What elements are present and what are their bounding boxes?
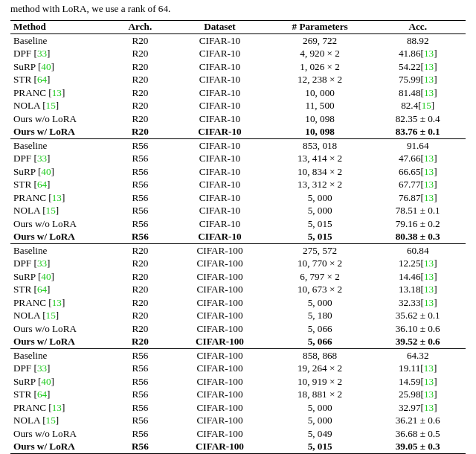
table-row: SuRP [40]R20CIFAR-101, 026 × 254.22[13]	[10, 60, 466, 74]
cell-dataset: CIFAR-100	[170, 362, 270, 376]
cell-params: 5, 049	[270, 427, 370, 441]
citation-link[interactable]: 33	[37, 258, 47, 269]
citation-link[interactable]: 15	[46, 310, 56, 321]
citation-link[interactable]: 13	[52, 402, 62, 413]
table-row: BaselineR20CIFAR-100275, 57260.84	[10, 244, 466, 258]
citation-link[interactable]: 13	[52, 297, 62, 308]
cell-acc: 81.48[13]	[370, 86, 466, 100]
cell-params: 5, 015	[270, 231, 370, 244]
cell-dataset: CIFAR-100	[170, 336, 270, 349]
cell-dataset: CIFAR-10	[170, 34, 270, 48]
cell-arch: R20	[111, 296, 170, 310]
citation-link[interactable]: 40	[41, 271, 51, 282]
col-arch: Arch.	[111, 20, 170, 34]
citation-link[interactable]: 40	[41, 376, 51, 387]
cell-params: 5, 000	[270, 401, 370, 415]
table-row: DPF [33]R20CIFAR-10010, 770 × 212.25[13]	[10, 258, 466, 271]
citation-link[interactable]: 13	[424, 87, 434, 98]
cell-arch: R20	[111, 86, 170, 100]
table-row: NOLA [15]R20CIFAR-1005, 18035.62 ± 0.1	[10, 310, 466, 323]
cell-method: Baseline	[10, 139, 111, 153]
table-row: PRANC [13]R20CIFAR-1005, 00032.33[13]	[10, 296, 466, 310]
citation-link[interactable]: 13	[424, 74, 434, 85]
citation-link[interactable]: 13	[424, 179, 434, 190]
cell-method: SuRP [40]	[10, 60, 111, 74]
cell-params: 10, 770 × 2	[270, 258, 370, 271]
citation-link[interactable]: 40	[41, 61, 51, 72]
cell-arch: R20	[111, 74, 170, 87]
citation-link[interactable]: 13	[52, 192, 62, 203]
cell-method: SuRP [40]	[10, 375, 111, 389]
cell-arch: R56	[111, 205, 170, 218]
citation-link[interactable]: 64	[37, 74, 47, 85]
table-row: BaselineR56CIFAR-100858, 86864.32	[10, 349, 466, 362]
cell-arch: R56	[111, 231, 170, 244]
cell-dataset: CIFAR-10	[170, 205, 270, 218]
citation-link[interactable]: 13	[424, 153, 434, 164]
citation-link[interactable]: 13	[424, 402, 434, 413]
cell-method: DPF [33]	[10, 48, 111, 61]
citation-link[interactable]: 33	[37, 48, 47, 59]
cell-acc: 80.38 ± 0.3	[370, 231, 466, 244]
cell-dataset: CIFAR-100	[170, 441, 270, 454]
cell-arch: R20	[111, 258, 170, 271]
cell-arch: R56	[111, 179, 170, 192]
cell-arch: R20	[111, 34, 170, 48]
citation-link[interactable]: 15	[46, 415, 56, 426]
cell-params: 858, 868	[270, 349, 370, 362]
cell-acc: 76.87[13]	[370, 191, 466, 205]
cell-dataset: CIFAR-10	[170, 231, 270, 244]
cell-method: Baseline	[10, 349, 111, 362]
cell-dataset: CIFAR-100	[170, 310, 270, 323]
table-row: NOLA [15]R20CIFAR-1011, 50082.4[15]	[10, 100, 466, 113]
citation-link[interactable]: 13	[52, 87, 62, 98]
cell-params: 4, 920 × 2	[270, 48, 370, 61]
cell-params: 5, 180	[270, 310, 370, 323]
cell-arch: R56	[111, 139, 170, 153]
citation-link[interactable]: 13	[424, 258, 434, 269]
citation-link[interactable]: 13	[424, 376, 434, 387]
table-row: Ours w/ LoRAR20CIFAR-1010, 09883.76 ± 0.…	[10, 126, 466, 139]
cell-acc: 60.84	[370, 244, 466, 258]
cell-dataset: CIFAR-10	[170, 112, 270, 126]
citation-link[interactable]: 33	[37, 153, 47, 164]
table-row: Ours w/ LoRAR56CIFAR-1005, 01539.05 ± 0.…	[10, 441, 466, 454]
cell-method: NOLA [15]	[10, 310, 111, 323]
col-acc: Acc.	[370, 20, 466, 34]
cell-acc: 88.92	[370, 34, 466, 48]
citation-link[interactable]: 13	[424, 362, 434, 374]
citation-link[interactable]: 64	[37, 179, 47, 190]
cell-dataset: CIFAR-100	[170, 375, 270, 389]
cell-acc: 13.18[13]	[370, 284, 466, 297]
table-row: Ours w/ LoRAR56CIFAR-105, 01580.38 ± 0.3	[10, 231, 466, 244]
citation-link[interactable]: 13	[424, 389, 434, 400]
citation-link[interactable]: 13	[424, 61, 434, 72]
citation-link[interactable]: 13	[424, 284, 434, 295]
table-row: Ours w/o LoRAR56CIFAR-1005, 04936.68 ± 0…	[10, 427, 466, 441]
table-row: PRANC [13]R56CIFAR-105, 00076.87[13]	[10, 191, 466, 205]
cell-dataset: CIFAR-10	[170, 165, 270, 179]
citation-link[interactable]: 15	[46, 100, 56, 111]
table-row: STR [64]R20CIFAR-10010, 673 × 213.18[13]	[10, 284, 466, 297]
citation-link[interactable]: 13	[424, 297, 434, 308]
citation-link[interactable]: 13	[424, 48, 434, 59]
citation-link[interactable]: 40	[41, 166, 51, 177]
table-header-row: Method Arch. Dataset # Parameters Acc.	[10, 20, 466, 34]
cell-acc: 78.51 ± 0.1	[370, 205, 466, 218]
citation-link[interactable]: 13	[424, 192, 434, 203]
citation-link[interactable]: 64	[37, 284, 47, 295]
citation-link[interactable]: 13	[424, 271, 434, 282]
citation-link[interactable]: 15	[46, 205, 56, 216]
cell-method: Ours w/ LoRA	[10, 231, 111, 244]
cell-params: 11, 500	[270, 100, 370, 113]
table-row: Ours w/o LoRAR20CIFAR-1005, 06636.10 ± 0…	[10, 322, 466, 336]
table-row: BaselineR20CIFAR-10269, 72288.92	[10, 34, 466, 48]
citation-link[interactable]: 64	[37, 389, 47, 400]
table-row: STR [64]R56CIFAR-10018, 881 × 225.98[13]	[10, 389, 466, 402]
cell-dataset: CIFAR-10	[170, 191, 270, 205]
col-params: # Parameters	[270, 20, 370, 34]
citation-link[interactable]: 13	[424, 166, 434, 177]
cell-params: 12, 238 × 2	[270, 74, 370, 87]
citation-link[interactable]: 15	[422, 100, 431, 111]
citation-link[interactable]: 33	[37, 362, 47, 374]
